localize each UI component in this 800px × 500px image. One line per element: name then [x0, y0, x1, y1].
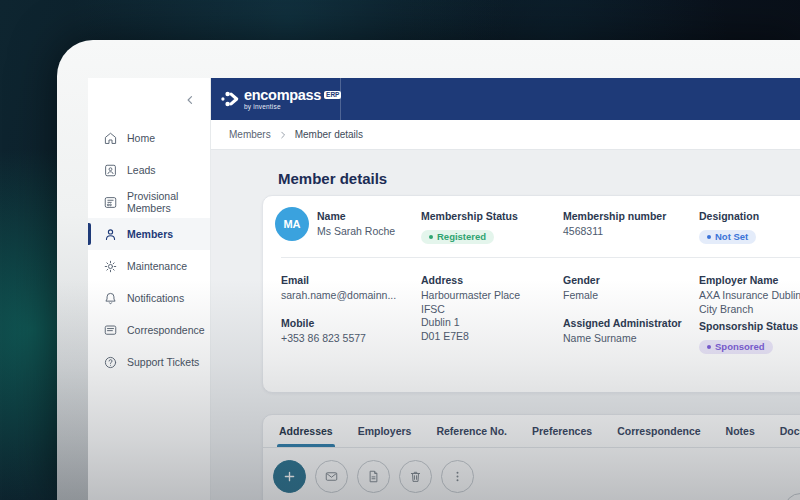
- field-mobile: Mobile +353 86 823 5577: [281, 317, 366, 346]
- app-window: encompass ERP by inventise Home: [88, 78, 800, 500]
- bell-icon: [103, 291, 118, 306]
- field-address: Address Harbourmaster Place IFSC Dublin …: [421, 274, 520, 343]
- sidebar-item-label: Home: [127, 132, 155, 144]
- field-label: Employer Name: [699, 274, 800, 286]
- email-button[interactable]: [315, 460, 348, 493]
- status-dot-icon: [707, 345, 711, 349]
- field-value: City Branch: [699, 303, 800, 317]
- gear-icon: [103, 259, 118, 274]
- home-icon: [103, 131, 118, 146]
- sidebar-item-provisional-members[interactable]: Provisional Members: [88, 186, 210, 218]
- status-badge-sponsored: Sponsored: [699, 340, 773, 355]
- sidebar-item-support-tickets[interactable]: Support Tickets: [88, 346, 210, 378]
- device-frame: encompass ERP by inventise Home: [57, 40, 800, 500]
- field-label: Designation: [699, 210, 759, 222]
- field-value: Name Surname: [563, 332, 682, 346]
- chevron-left-icon: [184, 94, 196, 106]
- field-value: Ms Sarah Roche: [317, 225, 395, 239]
- question-circle-icon: [103, 355, 118, 370]
- search-button[interactable]: [784, 493, 800, 500]
- field-membership-status: Membership Status Registered: [421, 210, 518, 244]
- delete-button[interactable]: [399, 460, 432, 493]
- encompass-logo-icon: [220, 89, 240, 109]
- field-label: Email: [281, 274, 396, 286]
- tab-bar: Addresses Employers Reference No. Prefer…: [263, 415, 800, 448]
- envelope-icon: [324, 469, 339, 484]
- field-label: Assigned Administrator: [563, 317, 682, 329]
- leads-card-icon: [103, 163, 118, 178]
- field-sponsorship-status: Sponsorship Status Sponsored: [699, 320, 798, 354]
- field-label: Name: [317, 210, 395, 222]
- clipboard-list-icon: [103, 195, 118, 210]
- tab-preferences[interactable]: Preferences: [532, 415, 592, 447]
- tab-employers[interactable]: Employers: [358, 415, 412, 447]
- sidebar-item-label: Correspondence: [127, 324, 205, 336]
- member-tabs-card: Addresses Employers Reference No. Prefer…: [262, 414, 800, 500]
- avatar: MA: [275, 207, 309, 241]
- page-title: Member details: [278, 170, 387, 187]
- status-dot-icon: [429, 235, 433, 239]
- trash-icon: [408, 469, 423, 484]
- plus-icon: [282, 469, 297, 484]
- document-icon: [366, 469, 381, 484]
- sidebar-item-label: Provisional Members: [127, 190, 210, 214]
- sidebar-nav: Home Leads Provisional Members: [88, 122, 210, 378]
- sidebar-item-label: Support Tickets: [127, 356, 199, 368]
- status-badge-registered: Registered: [421, 230, 494, 245]
- field-value: sarah.name@domainn...: [281, 289, 396, 303]
- breadcrumb-member-details: Member details: [295, 129, 363, 140]
- sidebar-item-label: Maintenance: [127, 260, 187, 272]
- encompass-logo: encompass ERP by inventise: [220, 88, 341, 111]
- tab-documents[interactable]: Documents: [780, 415, 800, 447]
- tab-correspondence[interactable]: Correspondence: [617, 415, 700, 447]
- badge-text: Sponsored: [715, 342, 765, 352]
- sidebar-item-maintenance[interactable]: Maintenance: [88, 250, 210, 282]
- field-label: Mobile: [281, 317, 366, 329]
- logo-wordmark: encompass: [244, 88, 321, 103]
- sidebar-item-home[interactable]: Home: [88, 122, 210, 154]
- address-line: IFSC: [421, 303, 520, 317]
- field-designation: Designation Not Set: [699, 210, 759, 244]
- field-membership-number: Membership number 4568311: [563, 210, 666, 239]
- more-options-button[interactable]: [441, 460, 474, 493]
- tab-reference-no[interactable]: Reference No.: [436, 415, 507, 447]
- sidebar: Home Leads Provisional Members: [88, 78, 211, 500]
- sidebar-item-members[interactable]: Members: [88, 218, 210, 250]
- field-employer-name: Employer Name AXA Insurance Dublin City …: [699, 274, 800, 316]
- logo-erp-badge: ERP: [324, 91, 341, 100]
- field-value: Female: [563, 289, 600, 303]
- navbar-divider: [340, 78, 341, 120]
- field-value: +353 86 823 5577: [281, 332, 366, 346]
- sidebar-item-leads[interactable]: Leads: [88, 154, 210, 186]
- record-toolbar: [263, 448, 800, 493]
- kebab-menu-icon: [450, 469, 465, 484]
- sidebar-collapse-button[interactable]: [180, 90, 200, 110]
- member-details-card: MA Name Ms Sarah Roche Membership Status…: [262, 195, 800, 393]
- document-button[interactable]: [357, 460, 390, 493]
- content-area: Member details MA Name Ms Sarah Roche Me…: [211, 150, 800, 500]
- address-line: D01 E7E8: [421, 330, 520, 344]
- field-label: Membership number: [563, 210, 666, 222]
- top-navbar: encompass ERP by inventise: [211, 78, 800, 120]
- field-label: Address: [421, 274, 520, 286]
- address-line: Harbourmaster Place: [421, 289, 520, 303]
- add-button[interactable]: [273, 460, 306, 493]
- logo-tagline: by inventise: [244, 104, 341, 111]
- tab-addresses[interactable]: Addresses: [279, 415, 333, 447]
- tab-notes[interactable]: Notes: [726, 415, 755, 447]
- field-gender: Gender Female: [563, 274, 600, 303]
- sidebar-item-notifications[interactable]: Notifications: [88, 282, 210, 314]
- field-assigned-administrator: Assigned Administrator Name Surname: [563, 317, 682, 346]
- field-value: 4568311: [563, 225, 666, 239]
- badge-text: Not Set: [715, 232, 748, 242]
- sidebar-item-label: Notifications: [127, 292, 184, 304]
- badge-text: Registered: [437, 232, 486, 242]
- field-label: Gender: [563, 274, 600, 286]
- field-label: Membership Status: [421, 210, 518, 222]
- sidebar-item-correspondence[interactable]: Correspondence: [88, 314, 210, 346]
- status-dot-icon: [707, 235, 711, 239]
- breadcrumb-members[interactable]: Members: [229, 129, 271, 140]
- chevron-right-icon: [278, 130, 288, 140]
- sidebar-item-label: Leads: [127, 164, 156, 176]
- card-divider: [281, 257, 800, 258]
